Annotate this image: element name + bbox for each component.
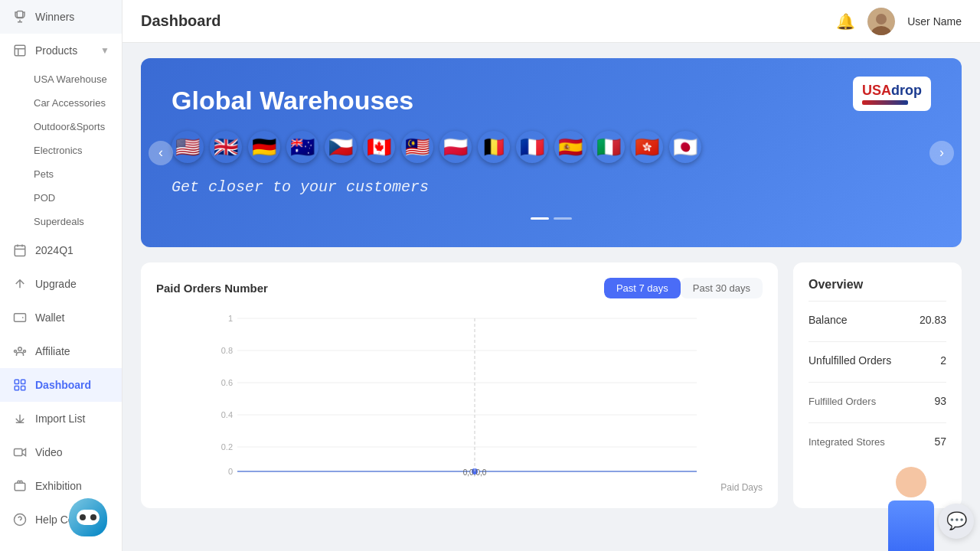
flag-au: 🇦🇺 [286,131,318,163]
stores-value: 57 [934,435,946,448]
overview-divider-2 [808,341,946,342]
banner-prev-button[interactable]: ‹ [149,141,173,165]
sidebar-item-affiliate-label: Affiliate [35,345,70,357]
chat-widget[interactable]: 💬 [939,504,974,539]
wallet-icon [12,310,28,325]
upgrade-icon [12,276,28,292]
flag-gb: 🇬🇧 [210,131,242,163]
banner-logo: USAdrop [853,77,931,111]
flag-ca: 🇨🇦 [363,131,395,163]
mascot-character [69,498,119,548]
svg-text:0.6: 0.6 [221,378,233,387]
overview-row-stores: Integrated Stores 57 [808,435,946,448]
sidebar-item-exhibition-label: Exhibition [35,480,82,492]
overview-divider-4 [808,422,946,423]
flag-us: 🇺🇸 [172,131,204,163]
chart-title: Paid Orders Number [156,282,268,295]
sidebar-item-video[interactable]: Video [0,435,122,469]
overview-divider [808,301,946,302]
svg-rect-8 [21,380,25,383]
overview-row-unfulfilled: Unfulfilled Orders 2 [808,354,946,367]
avatar[interactable] [867,8,895,35]
chart-header: Paid Orders Number Past 7 days Past 30 d… [156,278,763,298]
sidebar-item-winners-label: Winners [35,11,74,23]
banner-dot-1 [531,217,549,220]
svg-text:1: 1 [228,314,233,323]
svg-rect-0 [17,11,23,18]
flag-jp: 🇯🇵 [669,131,701,163]
sidebar-item-import-list[interactable]: Import List [0,402,122,435]
exhibition-icon [12,478,28,494]
svg-rect-1 [15,45,25,56]
sidebar-item-upgrade[interactable]: Upgrade [0,267,122,301]
fulfilled-value: 93 [934,395,946,407]
unfulfilled-label: Unfulfilled Orders [808,354,891,367]
overview-row-fulfilled: Fulfilled Orders 93 [808,395,946,407]
tab-past-7-days[interactable]: Past 7 days [604,278,681,298]
chart-x-label: Paid Days [720,482,763,493]
banner-subtitle: Get closer to your customers [172,178,931,196]
flag-cz: 🇨🇿 [325,131,357,163]
sidebar-sub-electronics[interactable]: Electronics [0,139,122,162]
svg-rect-12 [15,483,25,491]
svg-rect-11 [15,449,23,456]
sidebar-sub-usa-warehouse[interactable]: USA Warehouse [0,67,122,91]
sidebar-sub-pets[interactable]: Pets [0,162,122,186]
svg-rect-9 [15,386,18,390]
notification-bell-icon[interactable]: 🔔 [836,12,855,31]
banner-dot-2 [554,217,572,220]
flag-it: 🇮🇹 [593,131,625,163]
overview-title: Overview [808,278,946,292]
svg-rect-3 [15,314,26,322]
sidebar-item-winners[interactable]: Winners [0,0,122,34]
sidebar-item-wallet-label: Wallet [35,311,64,324]
svg-text:0,0,0,0: 0,0,0,0 [463,468,487,477]
content-area: ‹ USAdrop Global Warehouses 🇺🇸 🇬🇧 🇩🇪 🇦🇺 … [122,43,980,551]
main-content: Dashboard 🔔 User Name ‹ USAdrop Global W… [122,0,980,551]
help-icon [12,512,28,527]
banner-dots [172,217,931,220]
sidebar-sub-car-accessories[interactable]: Car Accessories [0,91,122,115]
sidebar-item-affiliate[interactable]: Affiliate [0,334,122,368]
header-right: 🔔 User Name [836,8,962,35]
affiliate-icon [12,344,28,359]
sidebar-sub-superdeals[interactable]: Superdeals [0,210,122,233]
chart-tab-group: Past 7 days Past 30 days [604,278,763,298]
sidebar-item-products-label: Products [35,44,77,57]
balance-value: 20.83 [920,314,946,326]
flag-pl: 🇵🇱 [439,131,472,163]
header: Dashboard 🔔 User Name [122,0,980,43]
svg-rect-7 [15,380,18,383]
sidebar-sub-pod[interactable]: POD [0,186,122,210]
svg-text:0.8: 0.8 [221,346,233,355]
tab-past-30-days[interactable]: Past 30 days [681,278,763,298]
sidebar-item-video-label: Video [35,446,63,458]
svg-rect-2 [15,246,25,256]
video-icon [12,445,28,460]
chart-svg: 1 0.8 0.6 0.4 0.2 0 [156,311,763,479]
unfulfilled-value: 2 [940,354,946,367]
trophy-icon [12,9,28,24]
sidebar-item-products[interactable]: Products ▼ [0,34,122,67]
svg-point-15 [876,14,887,24]
sidebar-item-2024q1[interactable]: 2024Q1 [0,233,122,267]
sidebar-item-dashboard[interactable]: Dashboard [0,368,122,402]
dashboard-icon [12,377,28,393]
chart-footer: Paid Days [156,482,763,493]
import-icon [12,411,28,426]
svg-text:0.2: 0.2 [221,442,233,452]
sidebar-sub-outdoor-sports[interactable]: Outdoor&Sports [0,115,122,139]
sidebar-item-wallet[interactable]: Wallet [0,301,122,334]
chevron-down-icon: ▼ [100,45,109,56]
flag-be: 🇧🇪 [478,131,510,163]
svg-point-5 [15,350,17,353]
flag-my: 🇲🇾 [401,131,433,163]
banner-next-button[interactable]: › [929,141,954,165]
banner-flags: 🇺🇸 🇬🇧 🇩🇪 🇦🇺 🇨🇿 🇨🇦 🇲🇾 🇵🇱 🇧🇪 🇫🇷 🇪🇸 🇮🇹 🇭🇰 🇯… [172,131,931,163]
sidebar-item-2024q1-label: 2024Q1 [35,244,74,256]
overview-divider-3 [808,382,946,383]
page-title: Dashboard [141,12,220,30]
flag-es: 🇪🇸 [554,131,586,163]
svg-text:0: 0 [228,467,233,476]
flag-hk: 🇭🇰 [631,131,663,163]
